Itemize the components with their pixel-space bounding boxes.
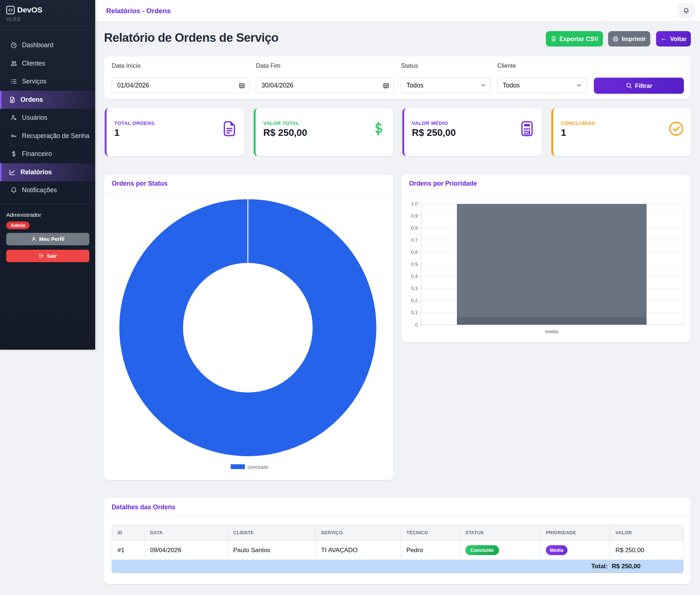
svg-text:0,5: 0,5: [411, 261, 418, 267]
svg-text:media: media: [545, 329, 559, 334]
svg-text:0,4: 0,4: [411, 274, 418, 279]
svg-text:0: 0: [415, 322, 418, 328]
svg-text:0,3: 0,3: [411, 286, 418, 291]
svg-text:0,1: 0,1: [411, 310, 418, 315]
svg-text:0,2: 0,2: [411, 298, 418, 303]
svg-text:0,9: 0,9: [411, 213, 418, 219]
svg-text:concluido: concluido: [247, 464, 268, 470]
svg-text:0,8: 0,8: [411, 225, 418, 231]
svg-text:0,6: 0,6: [411, 249, 418, 255]
svg-text:0,7: 0,7: [411, 237, 418, 243]
svg-text:1,0: 1,0: [411, 201, 418, 207]
